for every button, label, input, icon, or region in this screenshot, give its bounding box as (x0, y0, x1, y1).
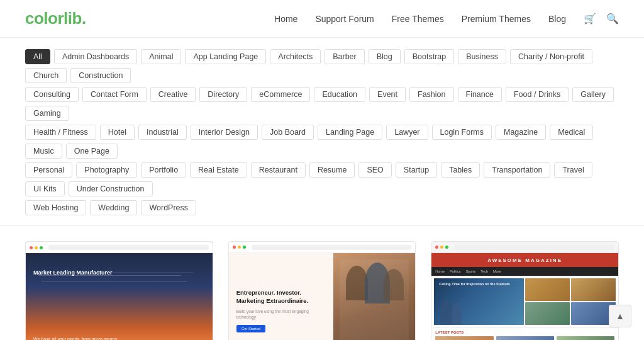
filter-app-landing-page[interactable]: App Landing Page (185, 49, 266, 64)
theme-thumbnail-awesome-magazine: AWESOME MAGAZINE Home Politics Sports Te… (431, 241, 619, 340)
filter-tables[interactable]: Tables (441, 162, 480, 178)
nav-icons: 🛒 🔍 (584, 13, 619, 25)
mag-nav-politics: Politics (450, 269, 460, 273)
nav-support-forum[interactable]: Support Forum (315, 14, 374, 24)
mag-nav-sports: Sports (465, 269, 475, 273)
nav-home[interactable]: Home (274, 14, 297, 24)
filter-under-construction[interactable]: Under Construction (69, 181, 153, 196)
filter-food-drinks[interactable]: Food / Drinks (506, 87, 569, 102)
filter-portfolio[interactable]: Portfolio (141, 162, 186, 178)
theme-card-braxit[interactable]: Market Leading Manufacturer We have all … (25, 241, 213, 340)
filter-real-estate[interactable]: Real Estate (190, 162, 247, 178)
filter-row-1: All Admin Dashboards Animal App Landing … (25, 49, 619, 83)
filter-row-5: Web Hosting Wedding WordPress (25, 200, 619, 215)
filter-lawyer[interactable]: Lawyer (386, 125, 428, 140)
filter-blog[interactable]: Blog (369, 49, 401, 64)
filter-one-page[interactable]: One Page (66, 144, 118, 159)
filter-health-fitness[interactable]: Health / Fitness (25, 125, 96, 140)
filter-gallery[interactable]: Gallery (572, 87, 614, 102)
braxit-headline: Market Leading Manufacturer (33, 269, 113, 276)
mag-hero-text: Calling Time for Inspiration on the Stad… (439, 282, 518, 286)
filter-ui-kits[interactable]: UI Kits (25, 181, 65, 196)
theme-card-awesome-magazine[interactable]: AWESOME MAGAZINE Home Politics Sports Te… (431, 241, 619, 340)
filter-bootstrap[interactable]: Bootstrap (404, 49, 455, 64)
filter-personal[interactable]: Personal (25, 162, 72, 178)
cart-icon[interactable]: 🛒 (584, 13, 596, 25)
filter-magazine[interactable]: Magazine (496, 125, 546, 140)
filter-web-hosting[interactable]: Web Hosting (25, 200, 86, 215)
filter-gaming[interactable]: Gaming (25, 106, 69, 121)
logo-accent: . (82, 9, 86, 28)
filter-seo[interactable]: SEO (358, 162, 391, 178)
search-icon[interactable]: 🔍 (606, 13, 619, 25)
theme-thumbnail-braxit: Market Leading Manufacturer We have all … (25, 241, 213, 340)
filter-barber[interactable]: Barber (325, 49, 365, 64)
filter-interior-design[interactable]: Interior Design (191, 125, 258, 140)
filter-finance[interactable]: Finance (458, 87, 502, 102)
filter-contact-form[interactable]: Contact Form (82, 87, 147, 102)
mag-latest-label: LATEST POSTS (435, 331, 614, 334)
nav-premium-themes[interactable]: Premium Themes (462, 14, 531, 24)
filter-photography[interactable]: Photography (76, 162, 137, 178)
filter-directory[interactable]: Directory (199, 87, 247, 102)
filter-wordpress[interactable]: WordPress (141, 200, 196, 215)
magazine-header-text: AWESOME MAGAZINE (487, 258, 562, 263)
themes-section: Market Leading Manufacturer We have all … (0, 226, 644, 340)
filter-row-4: Personal Photography Portfolio Real Esta… (25, 162, 619, 196)
filter-startup[interactable]: Startup (396, 162, 437, 178)
dot-yellow (35, 246, 38, 249)
dot-red (435, 246, 438, 249)
bravo-cta-button[interactable]: Get Started (236, 325, 266, 332)
filter-medical[interactable]: Medical (550, 125, 593, 140)
theme-thumbnail-bravo: Entrepreneur. Investor. Marketing Extrao… (228, 241, 416, 340)
filter-consulting[interactable]: Consulting (25, 87, 79, 102)
chevron-up-icon: ▲ (616, 311, 625, 321)
filter-fashion[interactable]: Fashion (409, 87, 453, 102)
filter-music[interactable]: Music (25, 144, 62, 159)
filter-church[interactable]: Church (25, 68, 67, 83)
logo-text: colorlib (25, 9, 82, 28)
filter-industrial[interactable]: Industrial (138, 125, 187, 140)
filter-resume[interactable]: Resume (309, 162, 355, 178)
filter-row-2: Consulting Contact Form Creative Directo… (25, 87, 619, 121)
browser-bar-bravo (229, 242, 416, 253)
filter-event[interactable]: Event (369, 87, 406, 102)
filter-education[interactable]: Education (314, 87, 365, 102)
filter-job-board[interactable]: Job Board (262, 125, 314, 140)
filter-charity[interactable]: Charity / Non-profit (510, 49, 592, 64)
nav-free-themes[interactable]: Free Themes (392, 14, 444, 24)
bravo-subtext: Build your love using the most engaging … (236, 309, 326, 320)
filter-transportation[interactable]: Transportation (484, 162, 550, 178)
nav-blog[interactable]: Blog (548, 14, 566, 24)
filter-architects[interactable]: Architects (270, 49, 321, 64)
theme-card-bravo[interactable]: Entrepreneur. Investor. Marketing Extrao… (228, 241, 416, 340)
mag-nav-home: Home (435, 269, 445, 273)
filter-hotel[interactable]: Hotel (100, 125, 135, 140)
filter-admin-dashboards[interactable]: Admin Dashboards (54, 49, 137, 64)
filter-construction[interactable]: Construction (70, 68, 131, 83)
filter-section: All Admin Dashboards Animal App Landing … (0, 38, 644, 226)
filter-restaurant[interactable]: Restaurant (251, 162, 306, 178)
filter-travel[interactable]: Travel (554, 162, 592, 178)
dot-red (30, 246, 33, 249)
filter-landing-page[interactable]: Landing Page (318, 125, 382, 140)
browser-bar-magazine (431, 242, 618, 253)
filter-animal[interactable]: Animal (141, 49, 181, 64)
filter-creative[interactable]: Creative (150, 87, 196, 102)
dot-yellow (238, 246, 241, 249)
filter-all[interactable]: All (25, 49, 50, 64)
themes-grid: Market Leading Manufacturer We have all … (25, 241, 619, 340)
site-header: colorlib. Home Support Forum Free Themes… (0, 0, 644, 38)
filter-business[interactable]: Business (458, 49, 506, 64)
filter-login-forms[interactable]: Login Forms (432, 125, 492, 140)
scroll-top-button[interactable]: ▲ (609, 305, 631, 327)
filter-row-3: Health / Fitness Hotel Industrial Interi… (25, 125, 619, 159)
mag-nav-tech: Tech (480, 269, 488, 273)
site-logo[interactable]: colorlib. (25, 9, 86, 28)
filter-ecommerce[interactable]: eCommerce (251, 87, 310, 102)
dot-green (243, 246, 246, 249)
browser-bar-braxit (26, 242, 213, 253)
dot-yellow (440, 246, 443, 249)
dot-green (445, 246, 448, 249)
filter-wedding[interactable]: Wedding (90, 200, 137, 215)
